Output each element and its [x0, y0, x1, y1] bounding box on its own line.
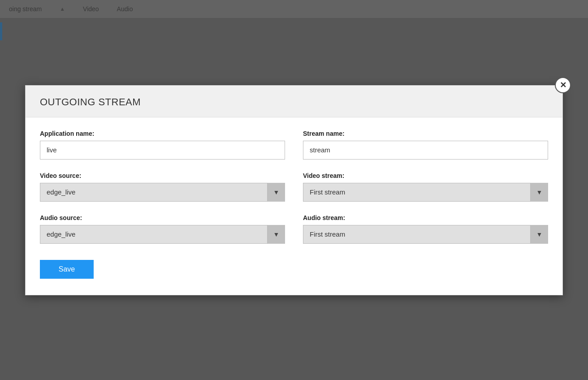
form-group-audio-stream: Audio stream: First stream ▼ — [303, 214, 548, 244]
audio-source-label: Audio source: — [40, 214, 285, 221]
video-source-select[interactable]: edge_live — [40, 183, 285, 202]
dialog-title: OUTGOING STREAM — [40, 96, 548, 108]
stream-name-input[interactable] — [303, 141, 548, 160]
application-name-input[interactable] — [40, 141, 285, 160]
video-stream-select-wrapper: First stream ▼ — [303, 183, 548, 202]
application-name-label: Application name: — [40, 130, 285, 137]
video-stream-label: Video stream: — [303, 172, 548, 179]
outgoing-stream-dialog: OUTGOING STREAM Application name: Stream… — [25, 85, 563, 295]
form-group-video-stream: Video stream: First stream ▼ — [303, 172, 548, 202]
save-button[interactable]: Save — [40, 260, 94, 279]
dialog-wrapper: ✕ OUTGOING STREAM Application name: Stre… — [25, 85, 563, 295]
close-icon: ✕ — [560, 81, 566, 89]
form-row-names: Application name: Stream name: — [40, 130, 548, 160]
audio-source-select[interactable]: edge_live — [40, 225, 285, 244]
audio-stream-select-wrapper: First stream ▼ — [303, 225, 548, 244]
dialog-header: OUTGOING STREAM — [26, 86, 562, 117]
video-source-label: Video source: — [40, 172, 285, 179]
video-stream-select[interactable]: First stream — [303, 183, 548, 202]
form-group-app-name: Application name: — [40, 130, 285, 160]
form-group-video-source: Video source: edge_live ▼ — [40, 172, 285, 202]
close-button[interactable]: ✕ — [555, 77, 571, 93]
form-group-audio-source: Audio source: edge_live ▼ — [40, 214, 285, 244]
form-row-audio: Audio source: edge_live ▼ Audio stream: — [40, 214, 548, 244]
form-row-video: Video source: edge_live ▼ Video stream: — [40, 172, 548, 202]
dialog-body: Application name: Stream name: Video sou… — [26, 117, 562, 295]
audio-source-select-wrapper: edge_live ▼ — [40, 225, 285, 244]
audio-stream-select[interactable]: First stream — [303, 225, 548, 244]
form-group-stream-name: Stream name: — [303, 130, 548, 160]
stream-name-label: Stream name: — [303, 130, 548, 137]
modal-overlay: ✕ OUTGOING STREAM Application name: Stre… — [0, 0, 588, 380]
audio-stream-label: Audio stream: — [303, 214, 548, 221]
video-source-select-wrapper: edge_live ▼ — [40, 183, 285, 202]
